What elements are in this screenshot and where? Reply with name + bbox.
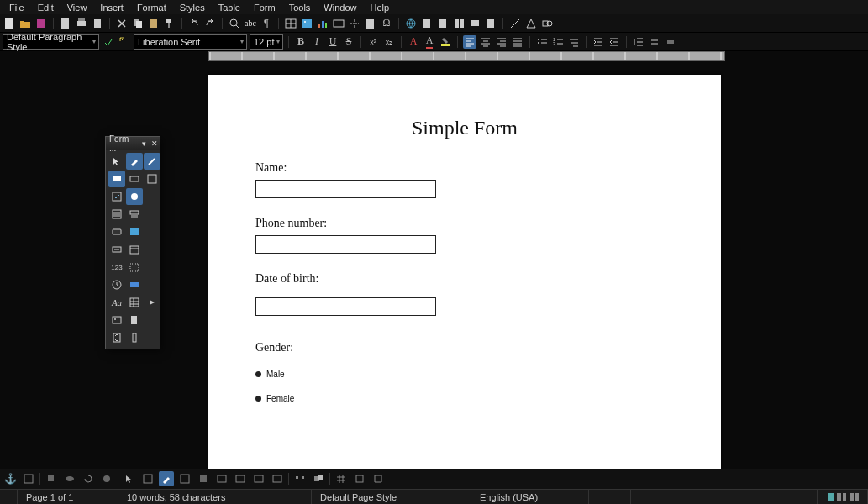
form-properties-icon[interactable] [177, 471, 192, 486]
bullet-list-icon[interactable] [535, 35, 549, 49]
panel-menu-icon[interactable]: ▾ [139, 139, 149, 149]
align-justify-icon[interactable] [511, 35, 524, 49]
status-view-layout[interactable] [818, 490, 868, 504]
bring-front-icon[interactable] [311, 471, 326, 486]
panel-close-icon[interactable]: ✕ [150, 139, 160, 149]
menu-format[interactable]: Format [130, 3, 173, 13]
font-color-icon[interactable]: A [423, 35, 436, 49]
outline-list-icon[interactable] [567, 35, 581, 49]
form-checkbox-icon[interactable] [144, 171, 160, 187]
new-style-icon[interactable] [118, 35, 131, 49]
form-file-icon[interactable] [126, 312, 143, 328]
undo-icon[interactable] [187, 17, 201, 30]
form-textbox-dob[interactable] [255, 297, 436, 316]
font-name-combo[interactable]: Liberation Serif [134, 34, 247, 50]
insert-chart-icon[interactable] [316, 17, 329, 30]
form-numeric-icon[interactable]: 123 [108, 259, 125, 276]
track-changes-icon[interactable] [484, 17, 497, 30]
status-pagestyle[interactable]: Default Page Style [312, 490, 471, 504]
align-right-icon[interactable] [495, 35, 508, 49]
activation-order-icon[interactable] [233, 471, 248, 486]
clear-formatting-icon[interactable]: A [407, 35, 420, 49]
form-panel-titlebar[interactable]: Form ... ▾ ✕ [106, 137, 160, 150]
bold-icon[interactable]: B [294, 35, 308, 49]
find-icon[interactable] [228, 17, 241, 30]
menu-table[interactable]: Table [212, 3, 247, 13]
multi-page-icon[interactable] [836, 492, 846, 501]
form-textbox-icon[interactable] [126, 171, 143, 187]
form-pattern-icon[interactable]: Aa [108, 294, 125, 311]
form-design-mode-icon[interactable] [126, 153, 143, 170]
form-textbox-phone[interactable] [255, 235, 436, 254]
rotate-icon[interactable] [81, 471, 96, 486]
font-size-combo[interactable]: 12 pt [250, 34, 283, 50]
italic-icon[interactable]: I [310, 35, 324, 49]
status-wordcount[interactable]: 10 words, 58 characters [118, 490, 312, 504]
print-preview-icon[interactable] [91, 17, 104, 30]
decrease-para-spacing-icon[interactable] [664, 35, 677, 49]
form-pushbutton-icon[interactable] [108, 223, 125, 240]
copy-icon[interactable] [131, 17, 145, 30]
form-wizard-icon[interactable] [144, 153, 160, 170]
radio-option-male[interactable]: Male [255, 370, 674, 379]
insert-symbol-icon[interactable]: Ω [380, 17, 393, 30]
form-nav-icon[interactable] [144, 294, 160, 311]
status-save-icon[interactable] [0, 490, 18, 504]
strikethrough-icon[interactable]: S [342, 35, 355, 49]
form-currency-icon[interactable] [126, 276, 143, 293]
highlight-icon[interactable] [439, 35, 452, 49]
grid-icon[interactable] [334, 471, 349, 486]
status-insert-mode[interactable] [589, 490, 631, 504]
paragraph-style-combo[interactable]: Default Paragraph Style [3, 34, 99, 50]
menu-form[interactable]: Form [247, 3, 282, 13]
save-icon[interactable] [34, 17, 48, 30]
new-icon[interactable] [3, 17, 16, 30]
form-textbox-name[interactable] [255, 180, 436, 198]
menu-window[interactable]: Window [317, 3, 363, 13]
status-page[interactable]: Page 1 of 1 [18, 490, 118, 504]
clone-formatting-icon[interactable] [163, 17, 176, 30]
add-field-icon[interactable] [214, 471, 229, 486]
insert-field-icon[interactable] [364, 17, 377, 30]
superscript-icon[interactable]: x² [366, 35, 380, 49]
paste-icon[interactable] [147, 17, 160, 30]
spellcheck-icon[interactable]: abc [244, 17, 257, 30]
print-icon[interactable] [75, 17, 88, 30]
line-icon[interactable] [508, 17, 522, 30]
align-center-icon[interactable] [479, 35, 492, 49]
document-page[interactable]: Simple Form Name: Phone number: Date of … [208, 75, 721, 469]
redo-icon[interactable] [203, 17, 217, 30]
comment-icon[interactable] [468, 17, 481, 30]
update-style-icon[interactable] [102, 35, 115, 49]
anchor-icon[interactable]: ⚓ [3, 471, 18, 486]
menu-edit[interactable]: Edit [31, 3, 60, 13]
form-imagebutton-icon[interactable] [126, 223, 143, 240]
horizontal-ruler[interactable] [208, 51, 725, 61]
helplines-icon[interactable] [371, 471, 386, 486]
cut-icon[interactable] [115, 17, 129, 30]
control-properties-icon[interactable] [140, 471, 155, 486]
single-page-icon[interactable] [826, 492, 834, 501]
position-size-icon[interactable] [292, 471, 308, 486]
formatting-marks-icon[interactable]: ¶ [260, 17, 273, 30]
form-label-icon[interactable] [108, 171, 125, 187]
menu-insert[interactable]: Insert [93, 3, 130, 13]
cross-reference-icon[interactable] [452, 17, 466, 30]
form-formatted-icon[interactable] [108, 241, 125, 258]
form-check-icon[interactable] [108, 188, 125, 205]
status-language[interactable]: English (USA) [471, 490, 589, 504]
form-spin-icon[interactable] [108, 329, 125, 346]
form-table-icon[interactable] [126, 294, 143, 311]
form-optionbutton-icon[interactable] [126, 188, 143, 205]
wrap-icon[interactable] [21, 471, 36, 486]
hyperlink-icon[interactable] [404, 17, 418, 30]
increase-indent-icon[interactable] [592, 35, 605, 49]
form-navigator-icon[interactable] [196, 471, 211, 486]
shadow-icon[interactable] [44, 471, 59, 486]
form-group-icon[interactable] [126, 259, 143, 276]
snap-grid-icon[interactable] [352, 471, 367, 486]
menu-file[interactable]: File [3, 3, 31, 13]
insert-image-icon[interactable] [300, 17, 313, 30]
auto-control-focus-icon[interactable] [270, 471, 285, 486]
decrease-indent-icon[interactable] [608, 35, 621, 49]
